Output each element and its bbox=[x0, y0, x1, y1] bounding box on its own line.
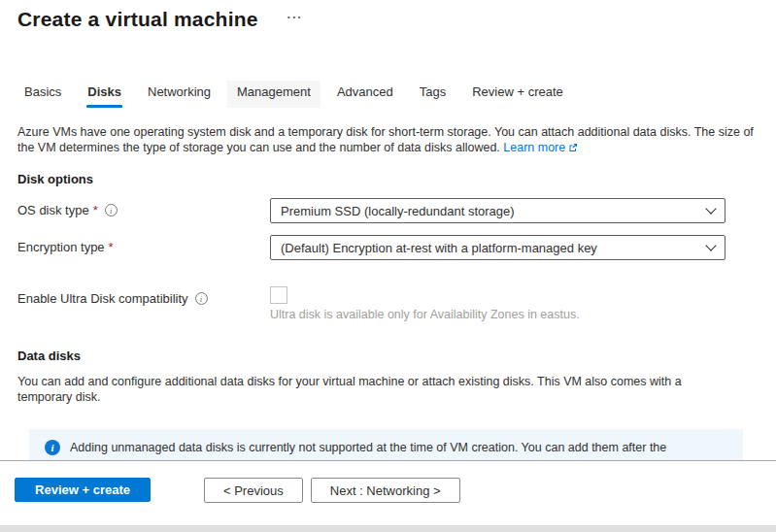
required-asterisk: * bbox=[93, 203, 98, 217]
ultra-disk-control: Ultra disk is available only for Availab… bbox=[270, 286, 580, 322]
tab-basics[interactable]: Basics bbox=[15, 81, 71, 108]
encryption-type-select[interactable]: (Default) Encryption at-rest with a plat… bbox=[270, 235, 725, 260]
page-title: Create a virtual machine bbox=[17, 7, 258, 32]
info-icon[interactable]: i bbox=[195, 292, 208, 305]
os-disk-type-row: OS disk type * i Premium SSD (locally-re… bbox=[17, 198, 776, 223]
info-banner-text: Adding unmanaged data disks is currently… bbox=[70, 439, 672, 460]
tab-advanced[interactable]: Advanced bbox=[327, 81, 403, 108]
os-disk-type-value: Premium SSD (locally-redundant storage) bbox=[281, 204, 515, 218]
page-header: Create a virtual machine ··· bbox=[0, 0, 776, 32]
os-disk-type-label: OS disk type * i bbox=[17, 198, 270, 223]
chevron-down-icon bbox=[705, 203, 716, 214]
section-heading-data-disks: Data disks bbox=[17, 349, 776, 363]
ultra-disk-label: Enable Ultra Disk compatibility i bbox=[17, 286, 270, 322]
os-disk-type-label-text: OS disk type bbox=[17, 203, 89, 217]
tab-review-create[interactable]: Review + create bbox=[462, 81, 573, 108]
tab-management[interactable]: Management bbox=[227, 81, 321, 108]
external-link-icon bbox=[568, 141, 578, 156]
ultra-disk-helper-text: Ultra disk is available only for Availab… bbox=[270, 308, 580, 322]
tab-networking[interactable]: Networking bbox=[138, 81, 220, 108]
chevron-down-icon bbox=[705, 240, 716, 250]
footer-buttons: Review + create < Previous Next : Networ… bbox=[0, 461, 776, 503]
os-disk-type-select[interactable]: Premium SSD (locally-redundant storage) bbox=[270, 198, 725, 223]
tab-tags[interactable]: Tags bbox=[410, 81, 455, 108]
bottom-strip bbox=[0, 525, 776, 532]
encryption-type-value: (Default) Encryption at-rest with a plat… bbox=[281, 241, 597, 255]
intro-text: Azure VMs have one operating system disk… bbox=[17, 125, 754, 154]
info-icon[interactable]: i bbox=[105, 204, 118, 216]
wizard-footer: Review + create < Previous Next : Networ… bbox=[0, 460, 776, 532]
ultra-disk-checkbox[interactable] bbox=[270, 286, 287, 304]
encryption-type-label-text: Encryption type bbox=[17, 240, 105, 254]
intro-paragraph: Azure VMs have one operating system disk… bbox=[17, 124, 758, 156]
required-asterisk: * bbox=[109, 240, 114, 254]
section-heading-disk-options: Disk options bbox=[17, 172, 776, 186]
ultra-disk-row: Enable Ultra Disk compatibility i Ultra … bbox=[17, 286, 776, 322]
next-networking-button[interactable]: Next : Networking > bbox=[311, 478, 460, 503]
encryption-type-row: Encryption type * (Default) Encryption a… bbox=[17, 235, 776, 260]
more-options-button[interactable]: ··· bbox=[287, 9, 303, 26]
info-icon-filled: i bbox=[45, 440, 60, 455]
encryption-type-label: Encryption type * bbox=[17, 235, 270, 260]
info-banner: i Adding unmanaged data disks is current… bbox=[29, 429, 743, 460]
learn-more-link[interactable]: Learn more bbox=[503, 141, 565, 154]
create-vm-page: Create a virtual machine ··· Basics Disk… bbox=[0, 0, 776, 532]
review-create-button[interactable]: Review + create bbox=[15, 478, 151, 502]
wizard-tabs: Basics Disks Networking Management Advan… bbox=[15, 81, 776, 108]
tab-disks[interactable]: Disks bbox=[78, 81, 131, 108]
previous-button[interactable]: < Previous bbox=[204, 478, 303, 503]
page-content: Create a virtual machine ··· Basics Disk… bbox=[0, 0, 776, 460]
ultra-disk-label-text: Enable Ultra Disk compatibility bbox=[17, 291, 188, 306]
data-disks-description: You can add and configure additional dat… bbox=[17, 374, 736, 405]
